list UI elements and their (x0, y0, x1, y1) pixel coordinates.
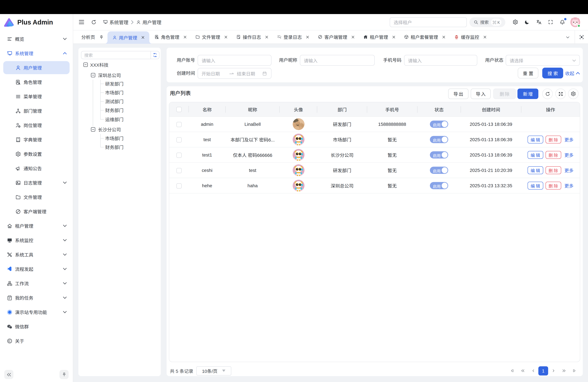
svg-text:redis: redis (456, 38, 458, 39)
